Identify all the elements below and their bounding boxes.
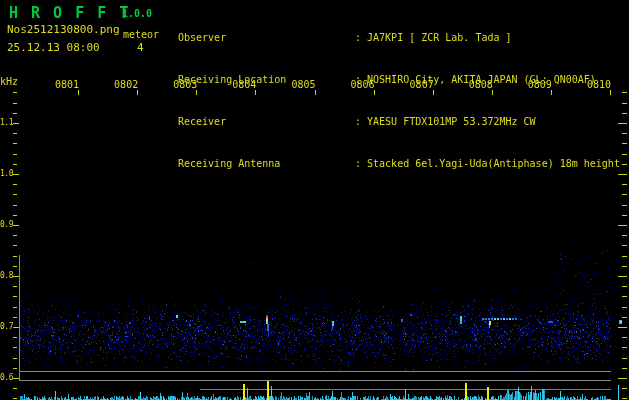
freq-tick-right xyxy=(622,194,627,195)
freq-tick-left xyxy=(13,378,19,379)
time-label: 0802 xyxy=(96,79,138,90)
hrofft-screen: H R O F F T 1.0.0 Nos2512130800.png mete… xyxy=(0,0,629,400)
freq-tick-right xyxy=(622,235,627,236)
freq-tick-right xyxy=(622,245,627,246)
freq-tick-left xyxy=(13,123,19,124)
freq-tick-right xyxy=(618,225,627,226)
freq-tick-left xyxy=(13,266,17,267)
freq-tick-left xyxy=(13,368,17,369)
time-tick xyxy=(610,90,611,95)
time-label: 0807 xyxy=(392,79,434,90)
time-label: 0806 xyxy=(333,79,375,90)
mode-label: meteor xyxy=(123,29,159,40)
freq-label: 1.1 xyxy=(0,118,13,127)
freq-unit-label: kHz xyxy=(0,76,18,87)
freq-label: 0.6 xyxy=(0,373,13,382)
station-info: Observer: JA7KPI [ ZCR Lab. Tada ] Recei… xyxy=(178,3,620,199)
time-tick xyxy=(255,90,256,95)
app-version: 1.0.0 xyxy=(122,8,152,19)
info-row-receiver: Receiver: YAESU FTDX101MP 53.372MHz CW xyxy=(178,115,620,129)
time-label: 0801 xyxy=(37,79,79,90)
freq-tick-left xyxy=(13,215,17,216)
time-label: 0803 xyxy=(155,79,197,90)
freq-tick-left xyxy=(13,174,19,175)
freq-tick-left xyxy=(13,317,17,318)
freq-tick-right xyxy=(622,133,627,134)
freq-tick-right xyxy=(622,205,627,206)
freq-tick-left xyxy=(13,347,17,348)
time-tick xyxy=(492,90,493,95)
freq-tick-right xyxy=(622,113,627,114)
freq-tick-left xyxy=(13,296,17,297)
freq-tick-left xyxy=(13,276,19,277)
time-label: 0804 xyxy=(214,79,256,90)
freq-tick-left xyxy=(13,184,17,185)
freq-tick-left xyxy=(13,164,17,165)
freq-tick-right xyxy=(622,337,627,338)
datetime-label: 25.12.13 08:00 xyxy=(7,41,100,54)
freq-tick-left xyxy=(13,154,17,155)
freq-tick-right xyxy=(622,307,627,308)
freq-tick-right xyxy=(618,123,627,124)
freq-label: 1.0 xyxy=(0,169,13,178)
freq-tick-right xyxy=(622,92,627,93)
freq-tick-right xyxy=(622,388,627,389)
app-title: H R O F F T xyxy=(9,4,130,22)
freq-tick-right xyxy=(622,358,627,359)
freq-tick-right xyxy=(618,378,627,379)
info-value: : YAESU FTDX101MP 53.372MHz CW xyxy=(355,116,536,127)
freq-tick-left xyxy=(13,133,17,134)
freq-tick-right xyxy=(622,103,627,104)
freq-tick-left xyxy=(13,307,17,308)
freq-tick-right xyxy=(622,296,627,297)
freq-tick-left xyxy=(13,235,17,236)
freq-tick-right xyxy=(622,368,627,369)
freq-tick-right xyxy=(622,317,627,318)
info-value: : JA7KPI [ ZCR Lab. Tada ] xyxy=(355,32,512,43)
freq-tick-right xyxy=(622,398,627,399)
freq-label: 0.8 xyxy=(0,271,13,280)
time-tick xyxy=(196,90,197,95)
meteor-count: 4 xyxy=(137,41,144,54)
freq-tick-left xyxy=(13,143,17,144)
freq-label: 0.9 xyxy=(0,220,13,229)
freq-tick-left xyxy=(13,388,17,389)
time-tick xyxy=(137,90,138,95)
time-tick xyxy=(433,90,434,95)
freq-tick-right xyxy=(622,154,627,155)
info-label: Observer xyxy=(178,31,355,45)
freq-tick-right xyxy=(622,143,627,144)
time-label: 0805 xyxy=(274,79,316,90)
output-filename: Nos2512130800.png xyxy=(7,23,120,36)
freq-tick-right xyxy=(618,276,627,277)
time-tick xyxy=(374,90,375,95)
freq-tick-right xyxy=(622,256,627,257)
info-label: Receiving Antenna xyxy=(178,157,355,171)
time-label: 0809 xyxy=(510,79,552,90)
freq-tick-left xyxy=(13,194,17,195)
freq-tick-left xyxy=(13,398,17,399)
time-tick xyxy=(551,90,552,95)
freq-tick-left xyxy=(13,337,17,338)
freq-tick-left xyxy=(13,225,19,226)
freq-tick-right xyxy=(622,266,627,267)
freq-tick-right xyxy=(622,347,627,348)
freq-tick-right xyxy=(622,164,627,165)
freq-tick-left xyxy=(13,286,17,287)
freq-tick-left xyxy=(13,205,17,206)
info-value: : Stacked 6el.Yagi-Uda(Antiphase) 18m he… xyxy=(355,158,620,169)
info-row-antenna: Receiving Antenna: Stacked 6el.Yagi-Uda(… xyxy=(178,157,620,171)
freq-tick-left xyxy=(13,245,17,246)
freq-tick-left xyxy=(13,103,17,104)
time-label: 0810 xyxy=(569,79,611,90)
freq-label: 0.7 xyxy=(0,322,13,331)
info-label: Receiving Location xyxy=(178,73,355,87)
time-tick xyxy=(315,90,316,95)
time-label: 0808 xyxy=(451,79,493,90)
freq-tick-right xyxy=(622,215,627,216)
freq-tick-left xyxy=(13,113,17,114)
freq-tick-right xyxy=(618,327,627,328)
freq-tick-right xyxy=(618,174,627,175)
time-tick xyxy=(78,90,79,95)
freq-tick-right xyxy=(622,286,627,287)
